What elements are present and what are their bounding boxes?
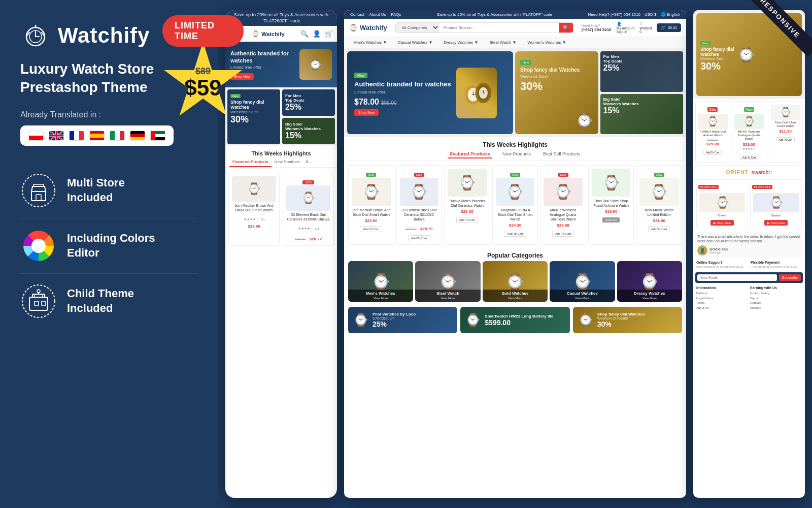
svg-rect-14 [31,192,46,201]
d2-dp1-label: Orient [699,214,745,217]
cart[interactable]: 🛒 $0.00 [657,23,681,32]
category-dressy-label: Dressy WatchesView More [617,290,682,302]
features-list: Multi StoreIncluded [20,163,198,329]
tab-featured[interactable]: Featured Products [448,150,492,158]
side-card-1-discount: 30% [520,80,593,93]
product-card-1: New ⌚ Jorn Medium Brown And Black Dial S… [348,165,394,245]
category-select[interactable]: All Categories [396,23,439,33]
d2-flexible-payment: Flexible Payment Free shipping for order… [751,261,802,268]
d2-p2-cart[interactable]: Add To Cart [740,155,758,160]
link-legal[interactable]: Legal Notice [696,296,748,301]
d2-p2-img: ⌚ [734,114,764,129]
feature-multi-store: Multi StoreIncluded [20,163,198,218]
cat-womens[interactable]: Women's Watches ▼ [522,37,571,48]
link-terms[interactable]: Terms [696,301,748,306]
mobile-hero-title: Authentic branded for watches [230,50,296,65]
cat-mens[interactable]: Men's Watches ▼ [349,37,392,48]
categories-section: Popular Categories ⌚ Men's WatchesView M… [344,249,686,305]
color-wheel-icon [20,228,57,264]
link-register[interactable]: Register [750,301,802,306]
flag-germany [130,131,145,141]
mobile-logo: ⌚ Watchify [252,30,284,37]
promo-card-2a-discount: 25% [285,103,332,112]
category-gold[interactable]: ⌚ Gold WatchesView More [483,261,548,302]
product-6-price: $19.90 [592,209,631,214]
side-card-1-sale: Weekend Sale! [520,74,593,79]
link-signin[interactable]: Sign in [750,296,802,301]
price-new: $59 [184,77,221,99]
desktop-content: New Authentic branded for watches Limite… [344,48,686,498]
top-about: About Us [369,12,386,17]
product-4-add-to-cart[interactable]: Add To Cart [504,231,526,237]
d2-p1-cart[interactable]: Add To Cart [703,150,722,155]
newsletter-input[interactable] [697,274,777,281]
mobile-user-icon[interactable]: 👤 [313,30,321,38]
my-account[interactable]: 👤 My accountSign in [617,22,635,34]
svg-point-13 [22,174,55,207]
d2-footer-links: Information Delivery Legal Notice Terms … [695,286,803,310]
d2-p1-name: FORM A Black Dial Holmes Watch [698,130,728,137]
desktop-search[interactable]: All Categories 🔍 [395,22,573,33]
desktop-nav-right: Need Help? (+987) 654 5210 👤 My accountS… [582,22,681,34]
mobile-tab-bestsell[interactable]: B... [302,157,315,167]
link-about[interactable]: About Us [696,306,748,311]
product-2-add-to-cart[interactable]: Add To Cart [408,235,430,241]
mini-card-1: For MenTop Deals 25% [600,51,684,92]
link-sitemap[interactable]: Sitemap [750,306,802,311]
category-casual[interactable]: ⌚ Casual WatchesView More [550,261,615,302]
mobile-tab-new[interactable]: New Products [272,157,303,167]
flags-box [20,125,174,146]
product-2-img: ⌚ [400,178,439,206]
desktop-category-nav: Men's Watches ▼ Casual Watches ▼ Dressy … [344,37,686,48]
products-tabs: Featured Products New Products Best Sell… [348,150,682,161]
product-5-img: ⌚ [544,178,583,206]
mobile-mockup: Save up to 20% on all Toys & Accessories… [225,10,337,498]
product-3-add-to-cart[interactable]: Add To Cart [456,217,479,223]
link-order-tracking[interactable]: Order tracking [750,291,802,296]
d2-dp1-btn[interactable]: ▶ Shop Now [710,220,734,226]
product-card-6: ⌚ Titan Dial Silver Shop Fossil Ashmore … [588,165,634,245]
feature-child-theme: Child ThemeIncluded [20,274,198,329]
promo-banner-1-icon: ⌚ [353,313,368,327]
feature-multi-store-text: Multi StoreIncluded [67,176,125,205]
search-button[interactable]: 🔍 [559,23,573,33]
mobile-cart-icon[interactable]: 🛒 [325,30,333,38]
mobile-hero-subtitle: Limited time offer [230,65,296,70]
category-steel[interactable]: ⌚ Steel WatchView More [415,261,480,302]
tab-bestsell[interactable]: Best Sell Products [541,150,583,158]
desktop-mockup-2: New Shop fancy dialWatches Weekend Sale!… [693,10,805,498]
newsletter: Subscribe [695,272,803,283]
tab-new[interactable]: New Products [500,150,533,158]
product-5-add-to-cart[interactable]: Add To Cart [552,231,574,237]
mini-card-2-discount: 15% [603,106,681,115]
product-1-badge: New [366,173,376,177]
d2-online-support: Online Support Free shipping for orders … [696,261,748,268]
product-7-add-to-cart[interactable]: Add To Cart [648,226,670,232]
d2-dp2-btn[interactable]: ▶ Shop Now [764,220,788,226]
link-delivery[interactable]: Delivery [696,291,748,296]
d2-dp2-img: ⌚ [753,193,799,212]
brand-logos: ORIENT swatch:: [695,165,803,180]
promo-banner-1: ⌚ Pilot Watches by Loco 10% Discount 25% [348,307,457,333]
d2-dp2-label: Swatch [753,214,799,217]
d2-discount: 30% [700,60,734,72]
hero-shop-btn[interactable]: Shop Now [354,109,379,116]
category-mens[interactable]: ⌚ Men's WatchesView More [348,261,413,302]
mobile-search-icon[interactable]: 🔍 [300,30,309,38]
product-1-add-to-cart[interactable]: Add To Cart [360,226,382,232]
flag-uk [49,131,64,141]
mini-card-2-title: Big Sale!Women's Watches [603,97,681,106]
product-2-price: $25.70 [420,227,432,231]
category-dressy[interactable]: ⌚ Dressy WatchesView More [617,261,682,302]
cat-dressy[interactable]: Dressy Watches ▼ [438,37,483,48]
d2-p3-cart[interactable]: Add To Cart [776,137,795,142]
category-mens-label: Men's WatchesView More [348,290,413,302]
cat-casual[interactable]: Casual Watches ▼ [393,37,437,48]
newsletter-subscribe-btn[interactable]: Subscribe [779,274,801,281]
flag-uae [150,131,165,141]
search-input[interactable] [439,23,559,33]
cat-steel[interactable]: Steel Watch ▼ [484,37,521,48]
new-badge: New [230,94,241,98]
mobile-tab-featured[interactable]: Featured Products [229,157,272,167]
wishlist[interactable]: ♡ Wishlist0 [639,22,652,34]
